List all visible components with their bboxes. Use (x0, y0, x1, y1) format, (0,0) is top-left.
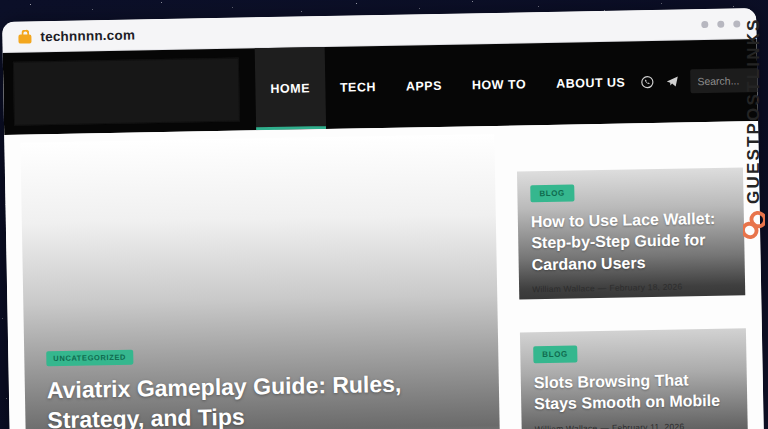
featured-post-title[interactable]: Aviatrix Gameplay Guide: Rules, Strategy… (47, 368, 480, 429)
sidebar-post-title[interactable]: How to Use Lace Wallet: Step-by-Step Gui… (531, 208, 732, 275)
nav-item-about-us[interactable]: ABOUT US (540, 41, 641, 125)
post-author[interactable]: William Wallace (535, 423, 598, 429)
byline-separator: — (598, 283, 607, 293)
watermark-text: GUESTPOSTLINKS (744, 28, 764, 204)
post-byline: William Wallace—February 18, 2026 (532, 280, 732, 294)
site-logo[interactable] (13, 58, 240, 126)
site-navbar: HOME TECH APPS HOW TO ABOUT US (3, 39, 758, 135)
nav-item-home[interactable]: HOME (255, 47, 326, 130)
guestpostlinks-watermark: GUESTPOSTLINKS (741, 28, 767, 240)
sidebar-post-card[interactable]: BLOG Slots Browsing That Stays Smooth on… (520, 328, 748, 429)
browser-window: technnnn.com HOME TECH APPS HOW TO ABOUT… (2, 8, 764, 429)
sidebar-posts-column: BLOG How to Use Lace Wallet: Step-by-Ste… (516, 121, 748, 429)
url-text[interactable]: technnnn.com (40, 27, 135, 44)
post-date: February 18, 2026 (609, 281, 682, 292)
featured-post-card[interactable]: UNCATEGORIZED Aviatrix Gameplay Guide: R… (20, 134, 500, 429)
main-menu: HOME TECH APPS HOW TO ABOUT US (255, 41, 641, 130)
telegram-icon[interactable] (665, 75, 679, 89)
whatsapp-icon[interactable] (640, 75, 654, 89)
nav-item-tech[interactable]: TECH (324, 46, 392, 129)
nav-item-how-to[interactable]: HOW TO (456, 43, 542, 127)
post-date: February 11, 2026 (612, 421, 684, 429)
sidebar-post-card[interactable]: BLOG How to Use Lace Wallet: Step-by-Ste… (517, 167, 745, 299)
nav-item-apps[interactable]: APPS (390, 45, 458, 128)
window-control-dots[interactable] (701, 20, 740, 28)
category-badge[interactable]: BLOG (533, 345, 577, 363)
post-byline: William Wallace—February 11, 2026 (535, 420, 735, 429)
category-badge[interactable]: BLOG (530, 184, 574, 202)
sidebar-post-title[interactable]: Slots Browsing That Stays Smooth on Mobi… (534, 369, 735, 415)
page-content: UNCATEGORIZED Aviatrix Gameplay Guide: R… (4, 121, 764, 429)
featured-post-text: UNCATEGORIZED Aviatrix Gameplay Guide: R… (46, 339, 480, 429)
padlock-icon (18, 29, 31, 43)
category-badge[interactable]: UNCATEGORIZED (46, 350, 133, 367)
starfield-backdrop (0, 0, 1, 1)
byline-separator: — (600, 422, 609, 429)
post-author[interactable]: William Wallace (532, 283, 595, 294)
link-icon (743, 210, 765, 240)
